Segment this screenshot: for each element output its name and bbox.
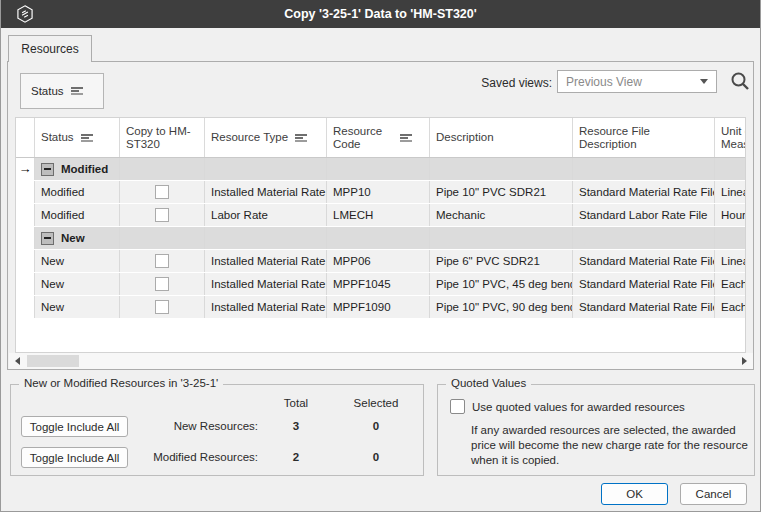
table-header-row: Status Copy to HM-ST320 Resource Type Re…	[16, 118, 745, 158]
cell-description: Pipe 10" PVC, 45 deg bend	[430, 273, 573, 295]
resources-table: Status Copy to HM-ST320 Resource Type Re…	[15, 117, 746, 353]
cell-description: Mechanic	[430, 204, 573, 226]
toggle-include-all-new-button[interactable]: Toggle Include All	[21, 416, 128, 437]
row-indicator	[16, 204, 35, 226]
titlebar: Copy '3-25-1' Data to 'HM-ST320'	[1, 0, 760, 28]
tab-label: Resources	[21, 42, 78, 56]
cell-description: Pipe 6" PVC SDR21	[430, 250, 573, 272]
header-row-indicator	[16, 118, 35, 157]
group-cell: Modified	[35, 158, 120, 180]
sort-icon	[71, 87, 84, 95]
sort-icon	[81, 134, 94, 142]
group-cell	[715, 227, 745, 249]
table-row[interactable]: New Installed Material Rate MPPF1090 Pip…	[16, 296, 745, 319]
group-cell	[205, 158, 327, 180]
toggle-include-all-modified-button[interactable]: Toggle Include All	[21, 447, 128, 468]
new-resources-total: 3	[251, 420, 341, 432]
cell-unit-of-measure: Linea	[715, 181, 745, 203]
dialog-title: Copy '3-25-1' Data to 'HM-ST320'	[284, 7, 477, 21]
cell-resource-code: MPP06	[327, 250, 430, 272]
cell-copy-to	[120, 273, 205, 295]
cell-resource-file: Standard Material Rate File	[573, 181, 715, 203]
header-status[interactable]: Status	[35, 118, 120, 157]
table-row[interactable]: New Installed Material Rate MPPF1045 Pip…	[16, 273, 745, 296]
sort-icon	[295, 134, 308, 142]
cell-resource-type: Installed Material Rate	[205, 181, 327, 203]
arrow-left-icon	[11, 357, 20, 365]
ok-button[interactable]: OK	[601, 483, 668, 505]
summary-title: New or Modified Resources in '3-25-1'	[19, 377, 223, 389]
cell-resource-type: Installed Material Rate	[205, 273, 327, 295]
copy-checkbox[interactable]	[155, 185, 169, 199]
saved-views-label: Saved views:	[390, 76, 552, 90]
copy-checkbox[interactable]	[155, 208, 169, 222]
group-cell	[430, 158, 573, 180]
group-row-modified[interactable]: → Modified	[16, 158, 745, 181]
table-row[interactable]: Modified Installed Material Rate MPP10 P…	[16, 181, 745, 204]
cancel-button[interactable]: Cancel	[680, 483, 747, 505]
header-resource-type[interactable]: Resource Type	[205, 118, 327, 157]
quoted-values-title: Quoted Values	[446, 377, 531, 389]
copy-checkbox[interactable]	[155, 277, 169, 291]
cell-unit-of-measure: Hour	[715, 204, 745, 226]
search-button[interactable]	[727, 67, 753, 94]
group-row-new[interactable]: New	[16, 227, 745, 250]
header-resource-file-description[interactable]: Resource File Description	[573, 118, 715, 157]
cell-copy-to	[120, 296, 205, 318]
group-by-label: Status	[31, 85, 64, 97]
header-copy-to[interactable]: Copy to HM-ST320	[120, 118, 205, 157]
copy-data-dialog: Copy '3-25-1' Data to 'HM-ST320' Resourc…	[0, 0, 761, 512]
group-cell: New	[35, 227, 120, 249]
row-indicator	[16, 181, 35, 203]
cell-resource-type: Labor Rate	[205, 204, 327, 226]
cell-resource-code: LMECH	[327, 204, 430, 226]
cell-copy-to	[120, 181, 205, 203]
cell-resource-code: MPPF1045	[327, 273, 430, 295]
group-by-status-chip[interactable]: Status	[20, 73, 104, 109]
cell-resource-file: Standard Material Rate File	[573, 273, 715, 295]
cell-status: Modified	[35, 204, 120, 226]
scroll-right-button[interactable]	[737, 353, 753, 369]
copy-checkbox[interactable]	[155, 254, 169, 268]
cell-unit-of-measure: Each	[715, 296, 745, 318]
row-indicator	[16, 250, 35, 272]
quoted-values-note: If any awarded resources are selected, t…	[471, 423, 753, 468]
horizontal-scrollbar[interactable]	[9, 353, 753, 369]
modified-resources-label: Modified Resources:	[121, 451, 258, 463]
cell-status: New	[35, 296, 120, 318]
cell-unit-of-measure: Linea	[715, 250, 745, 272]
scrollbar-track[interactable]	[25, 353, 737, 369]
use-quoted-values-checkbox[interactable]	[450, 399, 465, 414]
row-indicator	[16, 273, 35, 295]
sort-icon	[400, 134, 413, 142]
scrollbar-thumb[interactable]	[27, 355, 79, 367]
row-indicator	[16, 296, 35, 318]
table-row[interactable]: New Installed Material Rate MPP06 Pipe 6…	[16, 250, 745, 273]
cell-resource-type: Installed Material Rate	[205, 250, 327, 272]
group-cell	[573, 227, 715, 249]
cell-unit-of-measure: Each	[715, 273, 745, 295]
group-cell	[205, 227, 327, 249]
table-row[interactable]: Modified Labor Rate LMECH Mechanic Stand…	[16, 204, 745, 227]
header-description[interactable]: Description	[430, 118, 573, 157]
header-unit-of-measure[interactable]: Unit of Measure	[715, 118, 745, 157]
cell-resource-file: Standard Material Rate File	[573, 250, 715, 272]
modified-resources-selected: 0	[331, 451, 421, 463]
copy-checkbox[interactable]	[155, 300, 169, 314]
header-resource-code[interactable]: Resource Code	[327, 118, 430, 157]
cell-status: New	[35, 250, 120, 272]
app-logo-icon	[15, 4, 35, 24]
collapse-icon[interactable]	[41, 232, 54, 245]
total-column-header: Total	[251, 397, 341, 409]
group-cell	[715, 158, 745, 180]
modified-resources-total: 2	[251, 451, 341, 463]
new-resources-selected: 0	[331, 420, 421, 432]
arrow-right-icon	[742, 357, 751, 365]
tab-resources[interactable]: Resources	[8, 35, 92, 62]
saved-views-dropdown[interactable]: Previous View	[557, 70, 717, 93]
collapse-icon[interactable]	[41, 163, 54, 176]
cell-description: Pipe 10" PVC SDR21	[430, 181, 573, 203]
scroll-left-button[interactable]	[9, 353, 25, 369]
current-row-indicator: →	[16, 158, 35, 180]
cell-resource-file: Standard Material Rate File	[573, 296, 715, 318]
